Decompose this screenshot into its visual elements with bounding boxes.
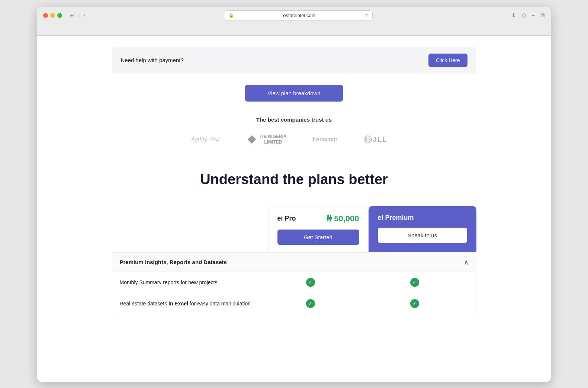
plan-header-ei-pro: ei Pro ₦ 50,000 Get Started bbox=[268, 206, 369, 252]
plan-btn-row-pro: Get Started bbox=[277, 230, 359, 245]
trust-title: The best companies trust us bbox=[37, 116, 551, 123]
traffic-lights bbox=[43, 13, 62, 18]
plan-name-pro: ei Pro bbox=[277, 215, 296, 222]
feature-check-pro-excel: ✓ bbox=[260, 299, 361, 308]
svg-text:JLL: JLL bbox=[373, 136, 387, 143]
plan-breakdown-section: View plan breakdown bbox=[37, 85, 551, 102]
close-button[interactable] bbox=[43, 13, 48, 18]
agility-logo-svg: Agility bbox=[191, 134, 221, 145]
plans-section-title: Understand the plans better bbox=[37, 171, 551, 187]
logo-jll: JLL bbox=[363, 134, 397, 145]
back-button[interactable]: ‹ bbox=[78, 12, 80, 19]
view-plan-button[interactable]: View plan breakdown bbox=[245, 85, 343, 102]
svg-rect-1 bbox=[248, 135, 256, 144]
click-here-button[interactable]: Click Here bbox=[428, 54, 467, 67]
category-toggle-icon[interactable]: ∧ bbox=[361, 258, 469, 266]
features-section: Premium Insights, Reports and Datasets ∧… bbox=[112, 252, 476, 314]
share-icon[interactable]: ⎙ bbox=[522, 12, 526, 19]
plans-table-container: ei Pro ₦ 50,000 Get Started ei Premium bbox=[112, 206, 476, 314]
category-label: Premium Insights, Reports and Datasets bbox=[120, 259, 260, 265]
payment-banner-text: Need help with payment? bbox=[121, 57, 184, 63]
itb-logo-text: ITB NIGERIA LIMITED bbox=[260, 134, 287, 145]
plans-header-row: ei Pro ₦ 50,000 Get Started ei Premium bbox=[112, 206, 476, 252]
logos-row: Agility ITB NIGERIA LIMITED bbox=[37, 134, 551, 145]
url-text: estateintel.com bbox=[236, 13, 362, 18]
jll-logo-svg: JLL bbox=[363, 134, 397, 145]
feature-label-monthly: Monthly Summary reports for new projects bbox=[120, 279, 260, 285]
tab-overview-icon[interactable]: ⧉ bbox=[541, 12, 545, 19]
window-controls: ⊞ bbox=[70, 12, 74, 18]
nav-buttons: ‹ › bbox=[78, 12, 86, 19]
plan-name-premium: ei Premium bbox=[378, 214, 414, 222]
page-content: Need help with payment? Click Here View … bbox=[37, 47, 551, 382]
payment-banner: Need help with payment? Click Here bbox=[112, 47, 476, 74]
svg-text:Agility: Agility bbox=[191, 136, 208, 143]
download-icon[interactable]: ⬇ bbox=[511, 12, 516, 19]
logo-transcorp: transcorp bbox=[313, 136, 337, 143]
feature-row-excel-datasets: Real estate datasets in Excel for easy d… bbox=[112, 293, 476, 314]
plan-price-pro: ₦ 50,000 bbox=[327, 214, 359, 224]
itb-diamond-icon bbox=[247, 135, 257, 144]
check-icon-pro-monthly: ✓ bbox=[306, 278, 315, 287]
browser-actions: ⬇ ⎙ + ⧉ bbox=[511, 12, 545, 19]
forward-button[interactable]: › bbox=[83, 12, 85, 19]
feature-row-monthly-summary: Monthly Summary reports for new projects… bbox=[112, 272, 476, 293]
new-tab-icon[interactable]: + bbox=[531, 12, 535, 19]
lock-icon: 🔒 bbox=[229, 13, 234, 18]
feature-check-premium-excel: ✓ bbox=[361, 299, 469, 308]
check-icon-pro-excel: ✓ bbox=[306, 299, 315, 308]
browser-window: ⊞ ‹ › 🔒 estateintel.com ↺ ⬇ ⎙ + ⧉ bbox=[37, 7, 551, 382]
plan-header-top-pro: ei Pro ₦ 50,000 bbox=[277, 214, 359, 224]
get-started-button[interactable]: Get Started bbox=[277, 230, 359, 245]
feature-check-pro-monthly: ✓ bbox=[260, 278, 361, 287]
logo-itb: ITB NIGERIA LIMITED bbox=[247, 134, 287, 145]
speak-to-us-button[interactable]: Speak to us bbox=[378, 228, 467, 243]
browser-chrome: ⊞ ‹ › 🔒 estateintel.com ↺ ⬇ ⎙ + ⧉ bbox=[37, 7, 551, 36]
check-icon-premium-monthly: ✓ bbox=[410, 278, 419, 287]
trust-section: The best companies trust us Agility bbox=[37, 109, 551, 157]
browser-toolbar: 🔒 estateintel.com ↺ bbox=[90, 10, 507, 20]
plans-section: Understand the plans better ei Pro ₦ 50,… bbox=[37, 157, 551, 322]
transcorp-text: transcorp bbox=[313, 136, 337, 143]
check-icon-premium-excel: ✓ bbox=[410, 299, 419, 308]
plan-btn-row-premium: Speak to us bbox=[378, 228, 467, 243]
sidebar-toggle-icon[interactable]: ⊞ bbox=[70, 12, 74, 18]
plan-header-ei-premium: ei Premium Speak to us bbox=[369, 206, 476, 252]
refresh-icon[interactable]: ↺ bbox=[364, 13, 368, 18]
address-bar[interactable]: 🔒 estateintel.com ↺ bbox=[224, 10, 373, 20]
svg-point-4 bbox=[366, 138, 369, 141]
feature-category-premium-insights: Premium Insights, Reports and Datasets ∧ bbox=[112, 253, 476, 272]
plan-header-top-premium: ei Premium bbox=[378, 214, 467, 222]
maximize-button[interactable] bbox=[57, 13, 62, 18]
logo-agility: Agility bbox=[191, 134, 221, 145]
minimize-button[interactable] bbox=[50, 13, 55, 18]
svg-point-3 bbox=[365, 137, 370, 142]
feature-check-premium-monthly: ✓ bbox=[361, 278, 469, 287]
browser-tabs bbox=[43, 24, 545, 35]
plans-header-empty bbox=[112, 206, 268, 252]
feature-label-excel: Real estate datasets in Excel for easy d… bbox=[120, 301, 260, 307]
